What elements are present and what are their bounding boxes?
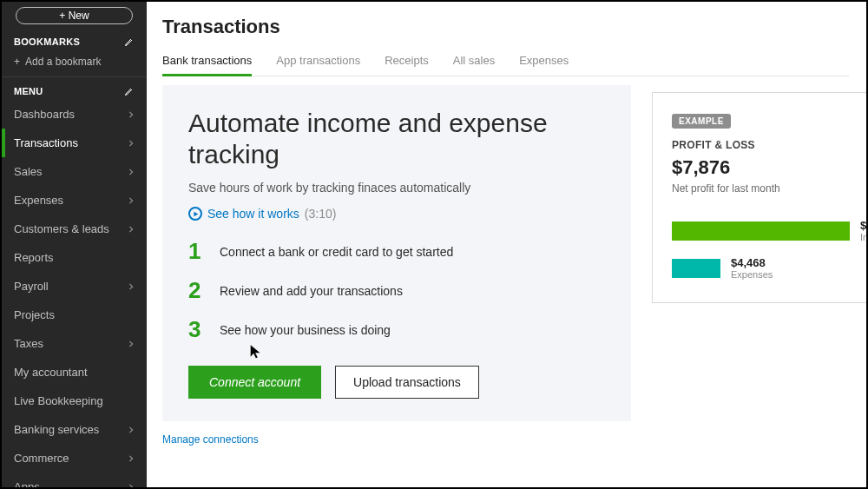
step-text: See how your business is doing [220, 323, 391, 337]
sidebar-item-live-bookkeeping[interactable]: Live Bookkeeping [2, 387, 147, 415]
sidebar-item-label: Expenses [14, 194, 63, 207]
bookmarks-header: BOOKMARKS [2, 31, 147, 50]
sidebar-item-dashboards[interactable]: Dashboards [2, 100, 147, 129]
sidebar-item-apps[interactable]: Apps [2, 472, 147, 489]
chevron-right-icon [128, 226, 135, 233]
step-number: 1 [188, 238, 206, 265]
see-how-label: See how it works [207, 207, 299, 221]
sidebar-item-label: Apps [14, 480, 40, 489]
sidebar-item-label: Sales [14, 165, 43, 178]
manage-connections-link[interactable]: Manage connections [162, 433, 631, 446]
tab-app-transactions[interactable]: App transactions [276, 47, 360, 76]
income-label: Income [860, 232, 866, 242]
chevron-right-icon [128, 484, 135, 490]
add-bookmark-label: Add a bookmark [25, 56, 101, 68]
sidebar-item-label: Transactions [14, 136, 78, 149]
tab-all-sales[interactable]: All sales [453, 47, 495, 76]
sidebar-item-label: Reports [14, 251, 54, 264]
sidebar-item-expenses[interactable]: Expenses [2, 186, 147, 215]
chevron-right-icon [128, 111, 135, 118]
chevron-right-icon [128, 426, 135, 433]
income-value: $12,344 [860, 219, 866, 232]
sidebar-item-label: Dashboards [14, 108, 75, 121]
card-label: PROFIT & LOSS [672, 139, 866, 151]
example-card: EXAMPLE PROFIT & LOSS $7,876 Net profit … [652, 92, 866, 303]
step-text: Connect a bank or credit card to get sta… [220, 245, 453, 259]
expense-value: $4,468 [731, 256, 773, 269]
step-number: 2 [188, 277, 206, 304]
onboarding-step: 1Connect a bank or credit card to get st… [188, 238, 605, 265]
sidebar-item-label: Live Bookkeeping [14, 394, 103, 407]
play-icon [188, 207, 202, 221]
sidebar-item-sales[interactable]: Sales [2, 157, 147, 186]
example-badge: EXAMPLE [672, 114, 731, 129]
tabs: Bank transactionsApp transactionsReceipt… [162, 47, 849, 76]
upload-transactions-button[interactable]: Upload transactions [335, 366, 479, 399]
new-button[interactable]: + New [16, 7, 133, 24]
chevron-right-icon [128, 197, 135, 204]
sidebar-item-banking-services[interactable]: Banking services [2, 415, 147, 444]
cursor-icon [248, 342, 264, 361]
pencil-icon[interactable] [124, 86, 135, 96]
tab-bank-transactions[interactable]: Bank transactions [162, 47, 252, 76]
expense-bar [672, 259, 720, 278]
sidebar-item-label: Commerce [14, 452, 69, 465]
svg-marker-0 [194, 211, 198, 216]
main-content: Transactions Bank transactionsApp transa… [147, 2, 866, 487]
bookmarks-label: BOOKMARKS [14, 36, 80, 47]
income-bar [672, 221, 850, 241]
sidebar-item-transactions[interactable]: Transactions [2, 129, 147, 157]
sidebar-item-taxes[interactable]: Taxes [2, 329, 147, 358]
sidebar-item-projects[interactable]: Projects [2, 301, 147, 329]
sidebar-item-customers-leads[interactable]: Customers & leads [2, 215, 147, 243]
sidebar-item-label: My accountant [14, 366, 88, 379]
onboarding-step: 3See how your business is doing [188, 316, 605, 343]
chevron-right-icon [128, 140, 135, 147]
connect-account-button[interactable]: Connect account [188, 366, 321, 399]
card-sub: Net profit for last month [672, 182, 866, 195]
sidebar-item-label: Projects [14, 308, 55, 321]
steps-list: 1Connect a bank or credit card to get st… [188, 238, 605, 343]
see-how-link[interactable]: See how it works (3:10) [188, 207, 605, 221]
chevron-right-icon [128, 283, 135, 290]
expense-row: $4,468 Expenses [672, 256, 866, 280]
onboarding-step: 2Review and add your transactions [188, 277, 605, 304]
step-number: 3 [188, 316, 206, 343]
sidebar-item-reports[interactable]: Reports [2, 243, 147, 272]
menu-label: MENU [14, 86, 43, 96]
add-bookmark-link[interactable]: + Add a bookmark [2, 50, 147, 76]
hero-heading: Automate income and expense tracking [188, 108, 605, 170]
menu-header: MENU [2, 81, 147, 100]
expense-label: Expenses [731, 269, 773, 280]
hero-sub: Save hours of work by tracking finaces a… [188, 181, 605, 195]
hero-panel: Automate income and expense tracking Sav… [162, 85, 631, 421]
plus-icon: + [14, 56, 20, 68]
sidebar: + New BOOKMARKS + Add a bookmark MENU Da… [2, 2, 147, 487]
sidebar-item-payroll[interactable]: Payroll [2, 272, 147, 301]
step-text: Review and add your transactions [220, 284, 403, 298]
chevron-right-icon [128, 340, 135, 347]
sidebar-item-label: Payroll [14, 280, 49, 293]
chevron-right-icon [128, 169, 135, 175]
chevron-right-icon [128, 455, 135, 462]
sidebar-item-label: Customers & leads [14, 222, 109, 235]
tab-receipts[interactable]: Receipts [385, 47, 429, 76]
sidebar-item-label: Banking services [14, 423, 99, 436]
page-title: Transactions [162, 16, 849, 38]
tab-expenses[interactable]: Expenses [519, 47, 569, 76]
divider [2, 76, 147, 77]
see-how-duration: (3:10) [305, 207, 337, 221]
pencil-icon[interactable] [124, 36, 135, 47]
sidebar-item-label: Taxes [14, 337, 43, 350]
sidebar-item-commerce[interactable]: Commerce [2, 444, 147, 472]
sidebar-item-my-accountant[interactable]: My accountant [2, 358, 147, 387]
income-row: $12,344 Income [672, 219, 866, 242]
card-amount: $7,876 [672, 156, 866, 179]
